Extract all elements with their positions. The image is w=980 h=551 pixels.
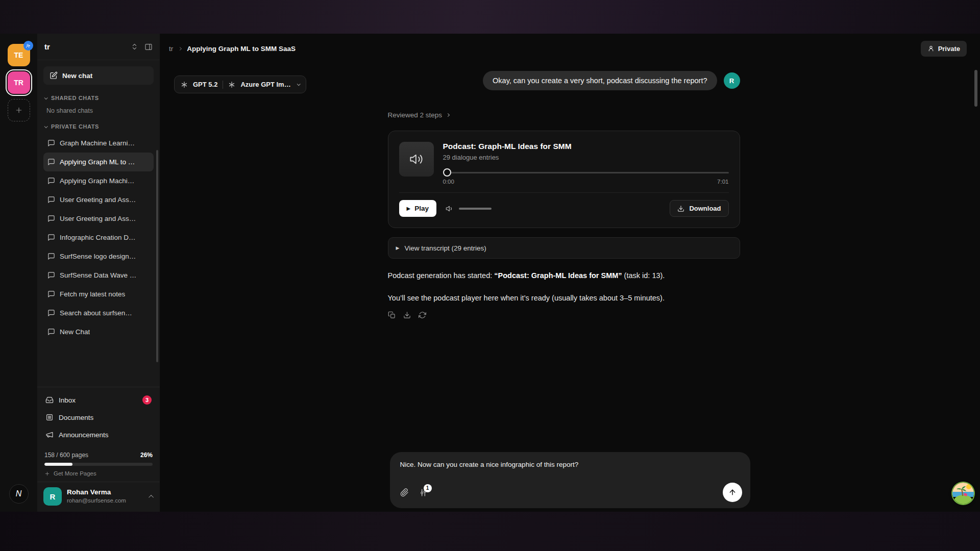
add-workspace-button[interactable] (8, 99, 30, 121)
speaker-icon (409, 152, 424, 166)
pages-used-label: 158 / 600 pages (44, 452, 88, 459)
shared-chats-label: SHARED CHATS (51, 95, 99, 101)
workspace-avatar-te[interactable]: TE (8, 44, 30, 66)
chat-list-item[interactable]: User Greeting and Ass… (43, 209, 154, 228)
message-composer[interactable]: Nice. Now can you create a nice infograp… (390, 452, 750, 508)
chat-title: New Chat (60, 328, 90, 336)
user-message-bubble: Okay, can you create a very short, podca… (483, 71, 717, 90)
connectors-button[interactable]: 1 (419, 488, 428, 497)
chat-list-item[interactable]: User Greeting and Ass… (43, 190, 154, 209)
chat-list-item[interactable]: Applying Graph ML to … (43, 153, 154, 171)
private-chats-header[interactable]: PRIVATE CHATS (43, 123, 154, 130)
chat-list-item[interactable]: Fetch my latest notes (43, 285, 154, 304)
announcements-label: Announcements (59, 431, 109, 439)
chat-list-item[interactable]: Graph Machine Learni… (43, 134, 154, 153)
chat-title: User Greeting and Ass… (60, 196, 136, 204)
model-name-primary: GPT 5.2 (193, 81, 217, 88)
sidebar-scrollbar-thumb[interactable] (156, 150, 158, 362)
assistant-message-2: You’ll see the podcast player here when … (388, 293, 740, 304)
documents-icon (45, 413, 54, 421)
openai-logo-icon (228, 81, 235, 88)
chat-list-item[interactable]: Search about surfsen… (43, 304, 154, 322)
chat-list-item[interactable]: SurfSense logo design… (43, 247, 154, 266)
connector-count-badge: 1 (424, 484, 432, 492)
chevron-right-icon (446, 113, 450, 117)
user-menu[interactable]: R Rohan Verma rohan@surfsense.com (37, 482, 160, 512)
new-chat-button[interactable]: New chat (43, 66, 154, 85)
podcast-title: Podcast: Graph-ML Ideas for SMM (443, 142, 729, 151)
download-message-icon[interactable] (403, 311, 411, 319)
chat-title: Applying Graph ML to … (60, 158, 135, 166)
send-button[interactable] (723, 483, 742, 502)
sidebar: tr New chat SHARED CHATS No shared chats… (37, 34, 160, 512)
workspace-switcher-icon[interactable] (131, 43, 138, 51)
collapse-sidebar-icon[interactable] (144, 43, 153, 51)
user-email: rohan@surfsense.com (67, 497, 126, 505)
main-scrollbar-thumb[interactable] (974, 70, 977, 107)
podcast-artwork-tile (399, 142, 434, 177)
breadcrumb-workspace[interactable]: tr (169, 45, 173, 53)
sidebar-item-documents[interactable]: Documents (41, 409, 156, 426)
podcast-subtitle: 29 dialogue entries (443, 154, 729, 161)
chat-title: Fetch my latest notes (60, 290, 125, 298)
chat-title: Infographic Creation D… (60, 234, 136, 241)
paperclip-icon (400, 488, 409, 497)
play-button[interactable]: ▶ Play (399, 200, 436, 217)
regenerate-icon[interactable] (419, 311, 426, 319)
sidebar-header: tr (37, 34, 160, 60)
nextjs-dev-indicator[interactable]: N (9, 484, 29, 504)
pages-progress-track (44, 463, 153, 466)
transcript-expander[interactable]: ▶ View transcript (29 entries) (388, 237, 740, 259)
user-message-avatar: R (724, 72, 740, 89)
privacy-label: Private (938, 45, 960, 53)
download-icon (677, 205, 684, 212)
podcast-player-card: Podcast: Graph-ML Ideas for SMM 29 dialo… (388, 131, 740, 228)
shared-members-badge-icon (23, 41, 33, 51)
plus-icon (44, 471, 50, 477)
reviewed-steps-label: Reviewed 2 steps (388, 111, 443, 119)
chat-list: Graph Machine Learni… Applying Graph ML … (43, 134, 154, 341)
user-name: Rohan Verma (67, 488, 126, 497)
chat-bubble-icon (47, 196, 55, 204)
get-more-pages-button[interactable]: Get More Pages (44, 470, 153, 477)
chevron-down-icon (44, 124, 48, 128)
plus-icon (15, 106, 23, 114)
download-button[interactable]: Download (670, 200, 728, 217)
private-chats-section: PRIVATE CHATS Graph Machine Learni… Appl… (37, 115, 160, 341)
app-window: TE TR N tr New chat (0, 34, 980, 512)
chat-list-item[interactable]: Infographic Creation D… (43, 228, 154, 247)
chat-bubble-icon (47, 139, 55, 147)
main-area: tr Applying Graph ML to SMM SaaS Private… (160, 34, 980, 512)
workspace-avatar-tr[interactable]: TR (8, 71, 30, 94)
chat-list-item[interactable]: New Chat (43, 322, 154, 341)
new-chat-label: New chat (62, 72, 92, 80)
sidebar-item-inbox[interactable]: Inbox 3 (41, 391, 156, 409)
privacy-toggle-button[interactable]: Private (921, 41, 967, 57)
reviewed-steps-toggle[interactable]: Reviewed 2 steps (388, 111, 740, 119)
shared-chats-header[interactable]: SHARED CHATS (43, 95, 154, 101)
user-avatar: R (43, 487, 62, 506)
volume-slider[interactable] (459, 208, 492, 210)
vacation-island-badge[interactable] (952, 483, 974, 504)
podcast-seek-slider[interactable] (443, 168, 729, 177)
seek-track (443, 172, 729, 173)
composer-input[interactable]: Nice. Now can you create a nice infograp… (400, 461, 740, 468)
inbox-icon (45, 396, 54, 404)
divider (399, 192, 729, 193)
sidebar-bottom: Inbox 3 Documents Announcements 158 / 60… (37, 387, 160, 512)
triangle-right-icon: ▶ (396, 245, 400, 251)
pages-percent-label: 26% (140, 452, 153, 459)
seek-handle[interactable] (443, 168, 451, 177)
usage-meter: 158 / 600 pages 26% Get More Pages (37, 445, 160, 482)
download-label: Download (689, 205, 721, 212)
attach-file-button[interactable] (400, 488, 409, 497)
volume-icon[interactable] (446, 205, 454, 213)
chat-list-item[interactable]: SurfSense Data Wave … (43, 266, 154, 285)
chat-bubble-icon (47, 309, 55, 317)
chat-list-item[interactable]: Applying Graph Machi… (43, 171, 154, 190)
inbox-label: Inbox (59, 396, 76, 404)
copy-icon[interactable] (388, 311, 396, 319)
model-selector[interactable]: GPT 5.2 Azure GPT Im… (174, 76, 306, 93)
sidebar-item-announcements[interactable]: Announcements (41, 426, 156, 443)
desktop-background-top (0, 0, 980, 34)
